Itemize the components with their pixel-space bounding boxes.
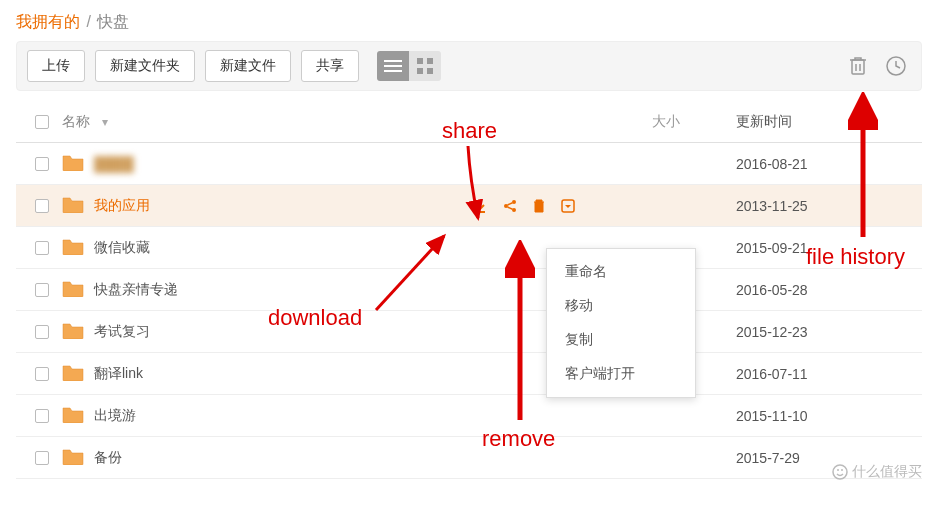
svg-rect-3: [417, 58, 423, 64]
folder-icon: [62, 279, 84, 297]
table-row[interactable]: 微信收藏 2015-09-21: [16, 227, 922, 269]
breadcrumb-root[interactable]: 我拥有的: [16, 13, 80, 30]
file-date: 2015-09-21: [736, 240, 916, 256]
svg-point-14: [837, 469, 839, 471]
folder-icon: [62, 363, 84, 384]
delete-icon: [532, 198, 546, 214]
svg-rect-0: [384, 60, 402, 62]
svg-rect-1: [384, 65, 402, 67]
table-row[interactable]: 考试复习 2015-12-23: [16, 311, 922, 353]
file-name[interactable]: 翻译link: [94, 365, 143, 383]
table-row[interactable]: 快盘亲情专递 2016-05-28: [16, 269, 922, 311]
file-name[interactable]: 快盘亲情专递: [94, 281, 178, 299]
file-date: 2016-05-28: [736, 282, 916, 298]
folder-icon: [62, 195, 84, 216]
row-checkbox[interactable]: [35, 199, 49, 213]
folder-icon: [62, 447, 84, 465]
folder-icon: [62, 153, 84, 174]
table-header: 名称▾ 大小 更新时间: [16, 101, 922, 143]
list-view-button[interactable]: [377, 51, 409, 81]
folder-icon: [62, 237, 84, 255]
more-icon: [560, 198, 576, 214]
new-file-button[interactable]: 新建文件: [205, 50, 291, 82]
svg-rect-5: [417, 68, 423, 74]
file-name[interactable]: ████: [94, 156, 134, 172]
svg-point-15: [841, 469, 843, 471]
history-button[interactable]: [881, 51, 911, 81]
grid-icon: [417, 58, 433, 74]
table-row[interactable]: 出境游 2015-11-10: [16, 395, 922, 437]
context-menu: 重命名 移动 复制 客户端打开: [546, 248, 696, 398]
share-action[interactable]: [502, 198, 518, 214]
file-name[interactable]: 我的应用: [94, 197, 150, 215]
folder-icon: [62, 195, 84, 213]
toolbar: 上传 新建文件夹 新建文件 共享: [16, 41, 922, 91]
file-name[interactable]: 备份: [94, 449, 122, 467]
row-checkbox[interactable]: [35, 409, 49, 423]
folder-icon: [62, 405, 84, 426]
table-row[interactable]: 我的应用 2013-11-25: [16, 185, 922, 227]
svg-rect-6: [427, 68, 433, 74]
file-date: 2015-11-10: [736, 408, 916, 424]
menu-copy[interactable]: 复制: [547, 323, 695, 357]
watermark: 什么值得买: [832, 463, 922, 481]
file-date: 2015-12-23: [736, 324, 916, 340]
row-actions: [472, 198, 576, 214]
file-date: 2013-11-25: [736, 198, 916, 214]
download-action[interactable]: [472, 198, 488, 214]
more-action[interactable]: [560, 198, 576, 214]
list-icon: [384, 59, 402, 73]
col-updated-header[interactable]: 更新时间: [736, 113, 916, 131]
row-checkbox[interactable]: [35, 451, 49, 465]
share-button[interactable]: 共享: [301, 50, 359, 82]
breadcrumb: 我拥有的 / 快盘: [16, 12, 922, 33]
row-checkbox[interactable]: [35, 241, 49, 255]
download-icon: [472, 198, 488, 214]
breadcrumb-sep: /: [86, 13, 90, 30]
trash-button[interactable]: [843, 51, 873, 81]
table-row[interactable]: ████ 2016-08-21: [16, 143, 922, 185]
file-name[interactable]: 考试复习: [94, 323, 150, 341]
folder-icon: [62, 447, 84, 468]
new-folder-button[interactable]: 新建文件夹: [95, 50, 195, 82]
row-checkbox[interactable]: [35, 157, 49, 171]
clock-icon: [885, 55, 907, 77]
grid-view-button[interactable]: [409, 51, 441, 81]
trash-icon: [848, 55, 868, 77]
upload-button[interactable]: 上传: [27, 50, 85, 82]
share-icon: [502, 198, 518, 214]
watermark-icon: [832, 464, 848, 480]
menu-open-client[interactable]: 客户端打开: [547, 357, 695, 391]
view-toggle: [377, 51, 441, 81]
sort-icon: ▾: [102, 115, 108, 129]
menu-move[interactable]: 移动: [547, 289, 695, 323]
svg-rect-4: [427, 58, 433, 64]
table-row[interactable]: 翻译link 2016-07-11: [16, 353, 922, 395]
folder-icon: [62, 363, 84, 381]
folder-icon: [62, 237, 84, 258]
breadcrumb-current: 快盘: [97, 13, 129, 30]
delete-action[interactable]: [532, 198, 546, 214]
file-name[interactable]: 微信收藏: [94, 239, 150, 257]
folder-icon: [62, 279, 84, 300]
col-name-header[interactable]: 名称▾: [62, 113, 596, 131]
select-all-checkbox[interactable]: [35, 115, 49, 129]
col-size-header[interactable]: 大小: [596, 113, 736, 131]
menu-rename[interactable]: 重命名: [547, 255, 695, 289]
svg-rect-7: [852, 60, 864, 74]
folder-icon: [62, 153, 84, 171]
folder-icon: [62, 405, 84, 423]
file-date: 2016-08-21: [736, 156, 916, 172]
row-checkbox[interactable]: [35, 283, 49, 297]
row-checkbox[interactable]: [35, 325, 49, 339]
file-name[interactable]: 出境游: [94, 407, 136, 425]
row-checkbox[interactable]: [35, 367, 49, 381]
folder-icon: [62, 321, 84, 342]
file-date: 2016-07-11: [736, 366, 916, 382]
svg-rect-2: [384, 70, 402, 72]
folder-icon: [62, 321, 84, 339]
file-table: 名称▾ 大小 更新时间 ████ 2016-08-21 我的应用 2013-11…: [16, 101, 922, 479]
svg-point-13: [833, 465, 847, 479]
table-row[interactable]: 备份 2015-7-29: [16, 437, 922, 479]
